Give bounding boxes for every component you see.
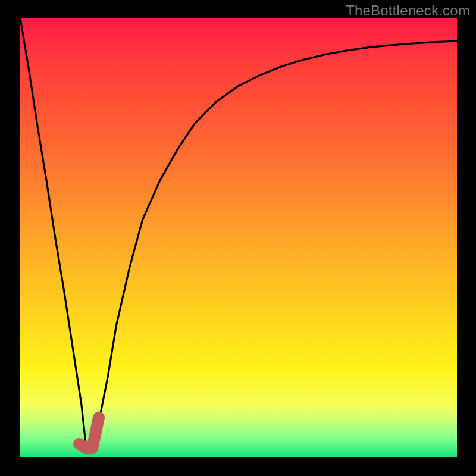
plot-area [20, 18, 457, 457]
j-marker [79, 418, 99, 449]
watermark-text: TheBottleneck.com [346, 2, 470, 19]
bottleneck-curve [20, 18, 457, 448]
chart-frame: TheBottleneck.com [0, 0, 476, 476]
chart-svg [20, 18, 457, 457]
